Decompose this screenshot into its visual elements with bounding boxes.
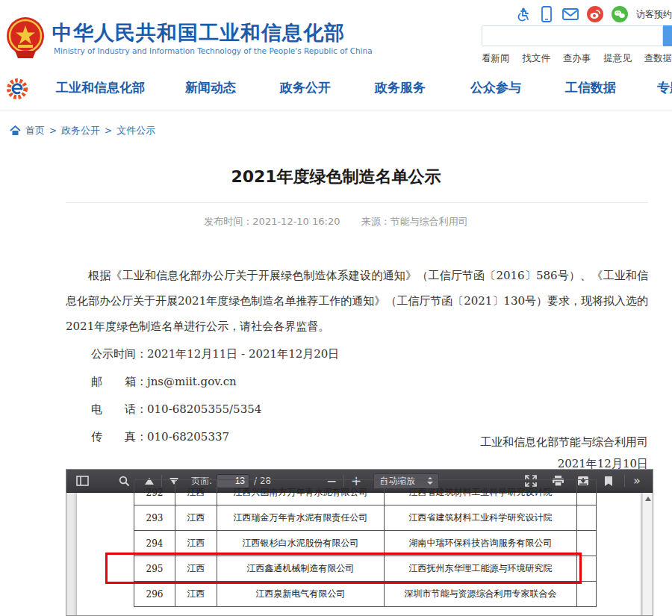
public-notice-period: 公示时间：2021年12月11日 - 2021年12月20日: [91, 340, 339, 368]
wechat-icon[interactable]: [612, 6, 628, 22]
title-divider: [66, 202, 648, 203]
pdf-body: 292 江西 江西兴国南方万年青水泥有限公司 江西省建筑材料工业科学研究设计院 …: [66, 493, 653, 616]
row-company: 江西兴国南方万年青水泥有限公司: [217, 480, 385, 505]
search-icon[interactable]: [116, 473, 132, 489]
article-paragraph: 根据《工业和信息化部办公厅关于开展绿色制造体系建设的通知》（工信厅节函〔2016…: [66, 263, 648, 339]
page-title: 2021年度绿色制造名单公示: [0, 166, 672, 188]
row-org: 江西省建筑材料工业科学研究设计院: [385, 480, 577, 505]
breadcrumb-separator: >: [105, 125, 112, 136]
breadcrumb-file-notice[interactable]: 文件公示: [116, 124, 155, 137]
quick-links: 看新闻 找文件 查办事 提意见 查数据: [482, 52, 672, 65]
article-meta: 发布时间：2021-12-10 16:20 来源：节能与综合利用司: [0, 215, 672, 228]
scroll-up-icon[interactable]: [645, 497, 651, 501]
national-emblem-logo: [6, 16, 45, 58]
table-row: 294 江西 江西银杉白水泥股份有限公司 湖南中瑞环保科技咨询服务有限公司: [134, 531, 597, 556]
search-input[interactable]: [482, 25, 663, 46]
visitor-reservation-link[interactable]: 访客预约: [636, 8, 672, 21]
contact-email: 邮 箱：jns@miit.gov.cn: [91, 368, 339, 396]
row-org: 深圳市节能与资源综合利用专家联合会: [385, 582, 577, 607]
green-manufacturing-table: 292 江西 江西兴国南方万年青水泥有限公司 江西省建筑材料工业科学研究设计院 …: [134, 479, 597, 607]
row-no: 292: [134, 480, 175, 505]
table-row-highlighted: 295 江西 江西鑫通机械制造有限公司 江西抚州东华理工能源与环境研究院: [134, 556, 597, 582]
publish-time: 发布时间：2021-12-10 16:20: [204, 216, 340, 227]
table-row: 296 江西 江西泉新电气有限公司 深圳市节能与资源综合利用专家联合会: [134, 582, 597, 607]
quick-link-data[interactable]: 查数据: [644, 52, 672, 65]
pdf-scrollbar[interactable]: [642, 493, 653, 616]
row-no: 296: [134, 582, 175, 607]
row-no: 294: [134, 531, 175, 556]
site-subtitle: Ministry of Industry and Information Tec…: [54, 46, 373, 55]
quick-link-files[interactable]: 找文件: [522, 52, 550, 65]
row-province: 江西: [175, 531, 217, 556]
row-no: 293: [134, 505, 175, 531]
row-org: 江西抚州东华理工能源与环境研究院: [385, 556, 577, 582]
top-icon-bar: 访客预约: [515, 4, 672, 24]
nav-item-participation[interactable]: 公众参与: [470, 79, 521, 96]
mobile-icon[interactable]: [539, 6, 555, 22]
nav-divider: [0, 111, 672, 111]
row-no: 295: [134, 556, 175, 582]
gear-logo-icon: [6, 78, 28, 100]
pdf-page: 292 江西 江西兴国南方万年青水泥有限公司 江西省建筑材料工业科学研究设计院 …: [77, 493, 641, 616]
row-company: 江西泉新电气有限公司: [217, 582, 385, 607]
nav-item-miit[interactable]: 工业和信息化部: [56, 79, 145, 96]
table-row: 292 江西 江西兴国南方万年青水泥有限公司 江西省建筑材料工业科学研究设计院: [134, 480, 597, 505]
row-province: 江西: [175, 480, 217, 505]
search-button[interactable]: [663, 25, 672, 46]
quick-link-news[interactable]: 看新闻: [482, 52, 510, 65]
row-company: 江西银杉白水泥股份有限公司: [217, 531, 385, 556]
nav-item-gov-services[interactable]: 政务服务: [375, 79, 426, 96]
weibo-icon[interactable]: [587, 6, 603, 22]
nav-item-topics[interactable]: 专题: [657, 79, 672, 96]
breadcrumb-home[interactable]: 首页: [25, 124, 45, 137]
accessibility-icon[interactable]: [515, 6, 531, 22]
breadcrumb-separator: >: [49, 125, 57, 136]
breadcrumb-gov-openness[interactable]: 政务公开: [61, 124, 100, 137]
row-company: 江西瑞金万年青水泥有限责任公司: [217, 505, 385, 531]
nav-item-gov-openness[interactable]: 政务公开: [280, 79, 331, 96]
row-extra: [577, 480, 597, 505]
row-org: 湖南中瑞环保科技咨询服务有限公司: [385, 531, 577, 556]
mail-icon[interactable]: [562, 6, 579, 22]
row-extra: [577, 531, 597, 556]
nav-item-news[interactable]: 新闻动态: [185, 79, 236, 96]
site-title: 中华人民共和国工业和信息化部: [52, 19, 345, 46]
row-extra: [577, 505, 597, 531]
table-row: 293 江西 江西瑞金万年青水泥有限责任公司 江西省建筑材料工业科学研究设计院: [134, 505, 597, 531]
sidebar-toggle-icon[interactable]: [74, 473, 90, 489]
quick-link-services[interactable]: 查办事: [563, 52, 591, 65]
row-org: 江西省建筑材料工业科学研究设计院: [385, 505, 577, 531]
contact-phone: 电 话：010-68205355/5354: [91, 396, 339, 423]
source: 来源：节能与综合利用司: [361, 216, 468, 227]
pdf-viewer: 页面: / 28 − + 自动缩放 »: [66, 469, 653, 616]
row-province: 江西: [175, 505, 217, 531]
row-extra: [577, 556, 597, 582]
page: 中华人民共和国工业和信息化部 Ministry of Industry and …: [0, 0, 672, 616]
signature-org: 工业和信息化部节能与综合利用司: [66, 432, 648, 453]
row-company: 江西鑫通机械制造有限公司: [217, 556, 385, 582]
site-header: 中华人民共和国工业和信息化部 Ministry of Industry and …: [0, 0, 672, 72]
row-province: 江西: [175, 582, 217, 607]
bookmark-icon[interactable]: [600, 473, 617, 489]
row-province: 江西: [175, 556, 217, 582]
site-search: [482, 25, 672, 46]
breadcrumb: 首页 > 政务公开 > 文件公示: [10, 124, 155, 137]
toolbar-separator: [624, 475, 625, 487]
more-tools-icon[interactable]: »: [629, 473, 645, 489]
home-icon[interactable]: [10, 125, 21, 136]
quick-link-feedback[interactable]: 提意见: [603, 52, 632, 65]
nav-item-data[interactable]: 工信数据: [565, 79, 616, 96]
main-nav: 工业和信息化部 新闻动态 政务公开 政务服务 公众参与 工信数据 专题: [0, 73, 672, 109]
row-extra: [577, 582, 597, 607]
